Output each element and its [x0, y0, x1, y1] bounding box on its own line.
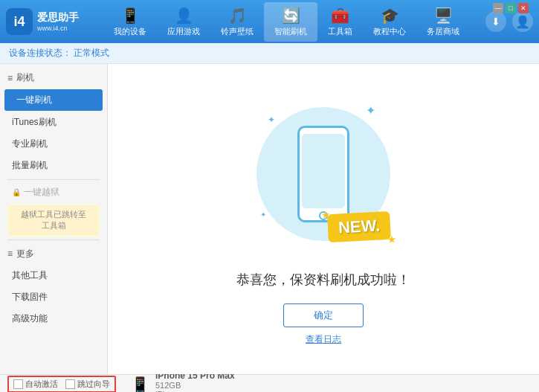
nav-items: 📱 我的设备 👤 应用游戏 🎵 铃声壁纸 🔄 智能刷机 🧰 工具箱 🎓 教程中心…: [88, 2, 485, 42]
new-badge: NEW.: [327, 211, 391, 242]
service-icon: 🖥️: [434, 7, 453, 25]
sidebar-item-pro-flash[interactable]: 专业刷机: [0, 133, 107, 155]
sidebar-divider-2: [7, 240, 100, 240]
device-type: iPhone: [155, 390, 235, 393]
breadcrumb: 设备连接状态： 正常模式: [0, 43, 539, 64]
more-section-title: ≡ 更多: [0, 243, 107, 265]
sidebar: ≡ 刷机 一键刷机 iTunes刷机 专业刷机 批量刷机 🔒 一键越狱 越狱工具…: [0, 64, 108, 374]
flash-section-title: ≡ 刷机: [0, 67, 107, 89]
sidebar-item-other-tools[interactable]: 其他工具: [0, 265, 107, 286]
sidebar-item-itunes-flash[interactable]: iTunes刷机: [0, 112, 107, 133]
logo-area: i4 爱思助手 www.i4.cn: [6, 8, 88, 35]
sparkle2-icon: ✦: [268, 115, 275, 125]
nav-service[interactable]: 🖥️ 务居商域: [416, 2, 470, 42]
device-storage: 512GB: [155, 381, 235, 390]
activation-options: 自动激活 跳过向导: [7, 376, 116, 392]
download-button[interactable]: ⬇: [485, 11, 506, 32]
phone-illustration: ✦ ✦ ✦ NEW.: [249, 92, 398, 256]
auto-activate-checkbox-box[interactable]: [13, 379, 23, 389]
guide-activate-checkbox-box[interactable]: [65, 379, 75, 389]
more-section-icon: ≡: [7, 248, 13, 259]
toolbox-icon: 🧰: [331, 7, 349, 25]
guide-activate-checkbox[interactable]: 跳过向导: [65, 379, 110, 390]
auto-activate-checkbox[interactable]: 自动激活: [13, 379, 58, 390]
bottom-device-bar: 自动激活 跳过向导 📱 iPhone 15 Pro Max 512GB iPho…: [0, 374, 539, 392]
device-phone-icon: 📱: [131, 376, 149, 393]
main-layout: ≡ 刷机 一键刷机 iTunes刷机 专业刷机 批量刷机 🔒 一键越狱 越狱工具…: [0, 64, 539, 374]
user-button[interactable]: 👤: [512, 11, 533, 32]
sidebar-item-batch-flash[interactable]: 批量刷机: [0, 155, 107, 176]
sparkle1-icon: ✦: [366, 103, 375, 118]
maximize-button[interactable]: □: [506, 3, 516, 13]
flash-section-icon: ≡: [7, 73, 13, 83]
window-controls: — □ ✕: [493, 3, 529, 13]
logo-icon: i4: [6, 8, 33, 35]
logo-text: 爱思助手 www.i4.cn: [37, 11, 79, 32]
close-button[interactable]: ✕: [518, 3, 529, 13]
sidebar-notice: 越狱工具已跳转至工具箱: [7, 205, 100, 237]
nav-tutorial[interactable]: 🎓 教程中心: [363, 2, 416, 42]
device-icon: 📱: [121, 7, 140, 25]
nav-my-device[interactable]: 📱 我的设备: [103, 2, 157, 42]
success-text: 恭喜您，保资料刷机成功啦！: [236, 271, 410, 289]
smart-flash-icon: 🔄: [282, 7, 300, 25]
top-bar: — □ ✕ i4 爱思助手 www.i4.cn 📱 我的设备 👤 应用游戏 🎵 …: [0, 0, 539, 43]
sparkle3-icon: ✦: [260, 211, 266, 219]
ringtone-icon: 🎵: [228, 7, 247, 25]
tutorial-icon: 🎓: [381, 7, 399, 25]
lock-icon: 🔒: [12, 188, 21, 196]
nav-ringtone[interactable]: 🎵 铃声壁纸: [210, 2, 264, 42]
nav-toolbox[interactable]: 🧰 工具箱: [317, 2, 363, 42]
phone-screen: [302, 134, 345, 208]
apps-icon: 👤: [175, 7, 193, 25]
nav-smart-flash[interactable]: 🔄 智能刷机: [264, 2, 317, 42]
log-link[interactable]: 查看日志: [306, 333, 341, 346]
sidebar-item-advanced[interactable]: 高级功能: [0, 308, 107, 330]
sidebar-disabled-jailbreak: 🔒 一键越狱: [0, 183, 107, 202]
confirm-button[interactable]: 确定: [283, 303, 364, 327]
nav-apps-games[interactable]: 👤 应用游戏: [157, 2, 210, 42]
sidebar-item-one-key-flash[interactable]: 一键刷机: [4, 89, 103, 111]
sidebar-divider-1: [7, 179, 100, 180]
top-right-area: ⬇ 👤: [485, 11, 533, 32]
minimize-button[interactable]: —: [493, 3, 503, 13]
sidebar-item-download-firmware[interactable]: 下载固件: [0, 286, 107, 308]
content-area: ✦ ✦ ✦ NEW. 恭喜您，保资料刷机成功啦！ 确定 查看日志: [108, 64, 539, 374]
